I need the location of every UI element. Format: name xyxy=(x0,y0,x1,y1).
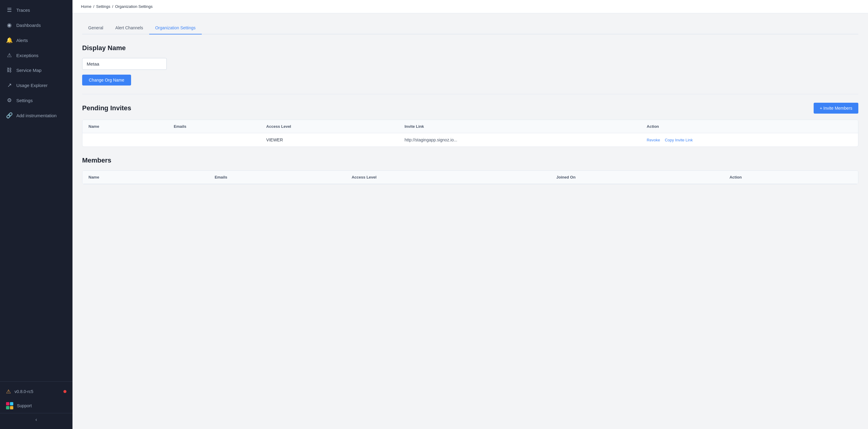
sidebar-item-add-instrumentation[interactable]: 🔗 Add instrumentation xyxy=(0,108,72,123)
invite-emails xyxy=(167,133,260,147)
support-label: Support xyxy=(17,403,32,408)
sidebar-nav: ☰ Traces ◉ Dashboards 🔔 Alerts ⚠ Excepti… xyxy=(0,0,72,381)
breadcrumb: Home / Settings / Organization Settings xyxy=(72,0,868,13)
pending-invites-header: Pending Invites + Invite Members xyxy=(82,103,858,114)
settings-tabs: General Alert Channels Organization Sett… xyxy=(82,22,858,34)
collapse-icon: ‹ xyxy=(35,417,37,422)
settings-icon: ⚙ xyxy=(6,97,13,103)
members-header-row: Name Emails Access Level Joined On Actio… xyxy=(83,171,858,184)
copy-invite-link-button[interactable]: Copy Invite Link xyxy=(665,138,693,142)
pending-invites-table-container: Name Emails Access Level Invite Link Act… xyxy=(82,120,858,147)
invite-access-level: VIEWER xyxy=(260,133,399,147)
member-col-joined-on: Joined On xyxy=(550,171,723,184)
tab-alert-channels[interactable]: Alert Channels xyxy=(109,22,149,34)
version-badge xyxy=(63,390,66,393)
revoke-button[interactable]: Revoke xyxy=(647,138,660,142)
col-emails: Emails xyxy=(167,120,260,133)
sidebar: ☰ Traces ◉ Dashboards 🔔 Alerts ⚠ Excepti… xyxy=(0,0,72,429)
col-name: Name xyxy=(83,120,167,133)
display-name-section: Display Name Change Org Name xyxy=(82,44,858,86)
members-section: Members Name Emails Access Level Joined … xyxy=(82,156,858,184)
member-col-action: Action xyxy=(723,171,858,184)
sidebar-version[interactable]: ⚠ v0.8.0-rc5 xyxy=(0,385,72,398)
org-name-input[interactable] xyxy=(82,58,167,70)
col-action: Action xyxy=(641,120,858,133)
sidebar-collapse-button[interactable]: ‹ xyxy=(0,413,72,426)
member-col-name: Name xyxy=(83,171,209,184)
main-content: Home / Settings / Organization Settings … xyxy=(72,0,868,429)
breadcrumb-sep2: / xyxy=(112,4,113,9)
sidebar-item-label: Alerts xyxy=(16,38,28,43)
sidebar-item-label: Settings xyxy=(16,98,33,103)
col-access-level: Access Level xyxy=(260,120,399,133)
sidebar-support[interactable]: Support xyxy=(0,398,72,413)
breadcrumb-sep1: / xyxy=(93,4,95,9)
pending-invites-table: Name Emails Access Level Invite Link Act… xyxy=(83,120,858,147)
sidebar-item-label: Service Map xyxy=(16,68,41,73)
sidebar-footer: ⚠ v0.8.0-rc5 Support ‹ xyxy=(0,381,72,429)
breadcrumb-home[interactable]: Home xyxy=(81,4,92,9)
sidebar-item-usage-explorer[interactable]: ↗ Usage Explorer xyxy=(0,78,72,93)
sidebar-item-alerts[interactable]: 🔔 Alerts xyxy=(0,33,72,48)
sidebar-item-service-map[interactable]: ⛓ Service Map xyxy=(0,63,72,78)
table-row: VIEWER http://stagingapp.signoz.io... Re… xyxy=(83,133,858,147)
invite-link-text: http://stagingapp.signoz.io... xyxy=(405,137,457,142)
warning-icon: ⚠ xyxy=(6,388,11,395)
sidebar-item-label: Exceptions xyxy=(16,53,38,58)
sidebar-item-label: Add instrumentation xyxy=(16,113,57,118)
tab-general[interactable]: General xyxy=(82,22,109,34)
invite-actions: Revoke Copy Invite Link xyxy=(641,133,858,147)
version-label: v0.8.0-rc5 xyxy=(14,389,33,394)
member-col-emails: Emails xyxy=(209,171,346,184)
members-table-container: Name Emails Access Level Joined On Actio… xyxy=(82,171,858,184)
service-map-icon: ⛓ xyxy=(6,67,13,73)
traces-icon: ☰ xyxy=(6,7,13,13)
pending-invites-section: Pending Invites + Invite Members Name Em… xyxy=(82,103,858,147)
tab-org-settings[interactable]: Organization Settings xyxy=(149,22,202,34)
member-col-access-level: Access Level xyxy=(345,171,550,184)
invite-name xyxy=(83,133,167,147)
exceptions-icon: ⚠ xyxy=(6,52,13,59)
breadcrumb-current: Organization Settings xyxy=(115,4,153,9)
alerts-icon: 🔔 xyxy=(6,37,13,43)
usage-explorer-icon: ↗ xyxy=(6,82,13,89)
sidebar-item-label: Traces xyxy=(16,7,30,13)
breadcrumb-settings[interactable]: Settings xyxy=(96,4,110,9)
invite-members-button[interactable]: + Invite Members xyxy=(814,103,858,114)
invite-link: http://stagingapp.signoz.io... xyxy=(399,133,641,147)
slack-icon xyxy=(6,402,13,409)
pending-invites-title: Pending Invites xyxy=(82,104,131,112)
members-table: Name Emails Access Level Joined On Actio… xyxy=(83,171,858,184)
change-org-name-button[interactable]: Change Org Name xyxy=(82,74,131,86)
pending-invites-header-row: Name Emails Access Level Invite Link Act… xyxy=(83,120,858,133)
page-content: General Alert Channels Organization Sett… xyxy=(72,13,868,429)
sidebar-item-settings[interactable]: ⚙ Settings xyxy=(0,93,72,108)
col-invite-link: Invite Link xyxy=(399,120,641,133)
sidebar-item-traces[interactable]: ☰ Traces xyxy=(0,2,72,18)
section-divider-1 xyxy=(82,94,858,94)
sidebar-item-exceptions[interactable]: ⚠ Exceptions xyxy=(0,48,72,63)
sidebar-item-label: Dashboards xyxy=(16,23,41,28)
dashboards-icon: ◉ xyxy=(6,22,13,28)
members-title: Members xyxy=(82,156,858,164)
sidebar-item-label: Usage Explorer xyxy=(16,83,48,88)
add-instrumentation-icon: 🔗 xyxy=(6,112,13,119)
sidebar-item-dashboards[interactable]: ◉ Dashboards xyxy=(0,18,72,33)
display-name-title: Display Name xyxy=(82,44,858,52)
